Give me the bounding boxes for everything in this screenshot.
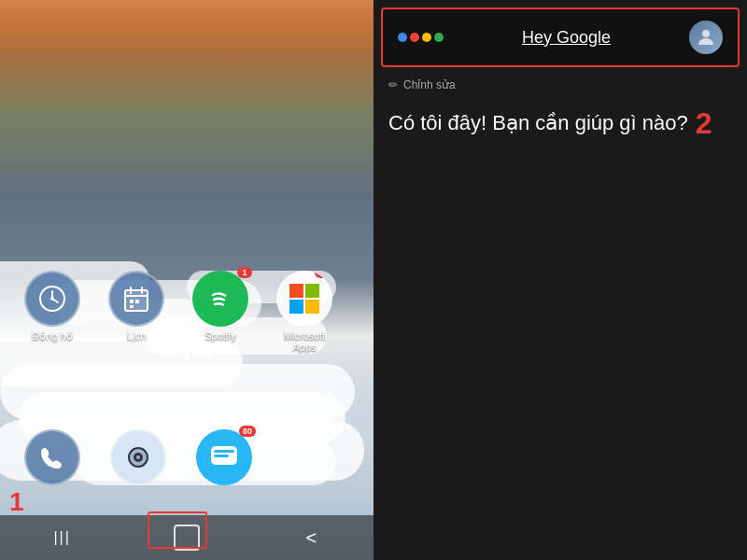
app-icon-calendar[interactable]: Lịch xyxy=(103,271,170,353)
hey-google-label: Hey Google xyxy=(522,28,611,48)
app-icon-microsoft[interactable]: 178 Microsoft Apps xyxy=(271,271,338,353)
chinh-sua-label: Chỉnh sửa xyxy=(403,78,456,91)
right-panel: Hey Google ✏ Chỉnh sửa Có tôi đây! Bạn c… xyxy=(374,0,747,560)
annotation-1: 1 xyxy=(9,487,24,517)
google-dot-red xyxy=(410,33,419,42)
svg-rect-13 xyxy=(305,284,319,298)
dock-row: 80 xyxy=(19,429,355,485)
google-dot-yellow xyxy=(422,33,431,42)
phone-icon xyxy=(24,429,80,485)
calendar-label: Lịch xyxy=(127,330,147,343)
svg-point-3 xyxy=(50,297,54,301)
svg-rect-12 xyxy=(289,284,303,298)
google-dots xyxy=(398,33,444,42)
pencil-icon: ✏ xyxy=(388,78,398,91)
svg-point-22 xyxy=(702,30,710,37)
app-icon-spotify[interactable]: 1 Spotify xyxy=(187,271,254,353)
svg-rect-9 xyxy=(135,300,139,303)
spotify-badge: 1 xyxy=(237,267,252,278)
home-button-box xyxy=(174,525,200,551)
microsoft-label: Microsoft Apps xyxy=(271,330,338,353)
chinh-sua-row[interactable]: ✏ Chỉnh sửa xyxy=(374,75,747,99)
google-dot-green xyxy=(434,33,444,42)
assistant-message: Có tôi đây! Bạn cần giúp gì nào? xyxy=(388,109,688,138)
page-dot xyxy=(206,353,212,358)
app-icon-clock[interactable]: Đồng hồ xyxy=(19,271,86,353)
app-icon-phone[interactable] xyxy=(19,429,86,485)
left-panel: Đồng hồ Lịch 1 xyxy=(0,0,374,560)
page-dot xyxy=(195,353,201,358)
clock-label: Đồng hồ xyxy=(32,330,72,343)
svg-rect-14 xyxy=(289,300,303,314)
svg-rect-8 xyxy=(130,300,134,303)
recents-button[interactable]: ||| xyxy=(40,515,85,560)
microsoft-icon: 178 xyxy=(276,271,332,327)
back-button[interactable]: < xyxy=(289,515,333,560)
svg-point-18 xyxy=(136,455,140,459)
nav-bar: ||| < xyxy=(0,515,374,560)
svg-rect-15 xyxy=(305,300,319,314)
user-avatar[interactable] xyxy=(689,21,723,54)
app-icon-messages[interactable]: 80 xyxy=(190,429,258,485)
page-dot-active xyxy=(184,353,190,358)
clock-icon xyxy=(24,271,80,327)
bixby-icon xyxy=(110,429,166,485)
assistant-body xyxy=(374,148,747,560)
svg-rect-20 xyxy=(214,450,234,453)
assistant-header[interactable]: Hey Google xyxy=(381,7,740,67)
messages-badge: 80 xyxy=(239,426,256,437)
spotify-icon: 1 xyxy=(192,271,248,327)
calendar-icon xyxy=(108,271,164,327)
page-dot xyxy=(162,353,167,358)
home-button[interactable] xyxy=(164,515,209,560)
svg-rect-10 xyxy=(130,305,134,308)
spotify-label: Spotify xyxy=(204,330,236,342)
app-grid: Đồng hồ Lịch 1 xyxy=(19,271,355,353)
page-dots xyxy=(0,353,374,358)
assistant-message-row: Có tôi đây! Bạn cần giúp gì nào? 2 xyxy=(374,99,747,148)
annotation-2: 2 xyxy=(696,106,712,141)
microsoft-badge: 178 xyxy=(315,271,332,278)
svg-rect-21 xyxy=(214,455,229,457)
google-dot-blue xyxy=(398,33,407,42)
page-dot xyxy=(173,353,178,358)
messages-icon: 80 xyxy=(196,429,252,485)
app-icon-bixby[interactable] xyxy=(105,429,172,485)
